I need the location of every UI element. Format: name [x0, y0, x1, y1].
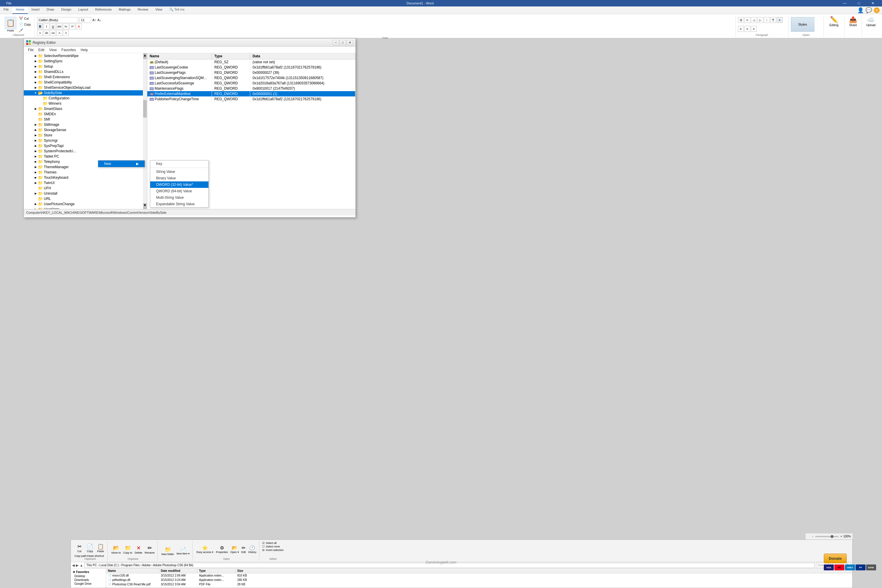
tree-item-ShellExtensions[interactable]: ▶ 📁 Shell Extensions [24, 74, 147, 80]
tab-layout[interactable]: Layout [75, 6, 92, 14]
tree-item-SysPrepTapi[interactable]: ▶ 📁 SysPrepTapi [24, 143, 147, 148]
tab-draw[interactable]: Draw [43, 6, 58, 14]
submenu-multi-string-value[interactable]: Multi-String Value [150, 194, 208, 201]
tab-tell-me[interactable]: 🔍 Tell me [166, 6, 188, 14]
superscript-btn[interactable]: X² [69, 24, 75, 29]
tree-item-ShellCompatibility[interactable]: ▶ 📁 ShellCompatibility [24, 80, 147, 85]
tree-item-StorageSense[interactable]: ▶ 📁 StorageSense [24, 127, 147, 133]
expand-Uninstall[interactable]: ▶ [33, 191, 38, 196]
reg-minimize-btn[interactable]: ─ [333, 40, 339, 45]
tree-item-Themes[interactable]: ▶ 📁 Themes [24, 170, 147, 175]
expand-ShellExtensions[interactable]: ▶ [33, 75, 38, 80]
expand-TwinUI[interactable]: ▶ [33, 180, 38, 185]
expand-SettingSync[interactable]: ▶ [33, 59, 38, 63]
paste-icon[interactable]: 📋 [5, 17, 16, 29]
tree-item-Store[interactable]: ▶ 📁 Store [24, 133, 147, 138]
value-row-LastScavengingStarvation[interactable]: qqLastScavengingStarvationSQMReport REG_… [147, 75, 356, 81]
word-file-tab[interactable]: File [0, 0, 18, 6]
text-color-btn[interactable]: A [37, 30, 43, 36]
tree-scroll-thumb[interactable] [143, 100, 147, 118]
tree-item-Configuration[interactable]: 📁 Configuration [24, 96, 147, 101]
format-painter-btn[interactable]: 🖌️ [18, 28, 32, 33]
tree-item-SystemProtectedU[interactable]: ▶ 📁 SystemProtectedU... [24, 148, 147, 154]
submenu-dword-value[interactable]: DWORD (32-bit) Value* [150, 182, 208, 188]
submenu-qword-value[interactable]: QWORD (64-bit) Value [150, 188, 208, 194]
tree-item-SMI[interactable]: 📁 SMI [24, 117, 147, 122]
expand-TouchKeyboard[interactable]: ▶ [33, 175, 38, 180]
value-row-LastScavengeCookie[interactable]: qqLastScavengeCookie REG_QWORD 0x1d1ffb6… [147, 64, 356, 70]
tab-review[interactable]: Review [134, 6, 152, 14]
font-grow-btn[interactable]: A↑ [92, 18, 96, 22]
cut-btn[interactable]: ✂️Cut [18, 16, 32, 21]
expand-SharedDLLs[interactable]: ▶ [33, 69, 38, 74]
submenu-string-value[interactable]: String Value [150, 168, 208, 175]
italic-btn[interactable]: I [44, 24, 50, 29]
underline-btn[interactable]: U [50, 24, 56, 29]
expand-URL[interactable] [33, 196, 38, 201]
tree-item-TouchKeyboard[interactable]: ▶ 📁 TouchKeyboard [24, 175, 147, 180]
submenu-expandable-string-value[interactable]: Expandable String Value [150, 201, 208, 207]
expand-SideBySide[interactable]: ▼ [33, 90, 38, 95]
menu-view[interactable]: View [47, 47, 59, 52]
value-row-PreferExternalManifest[interactable]: ddPreferExternalManifest REG_DWORD 0x000… [147, 91, 356, 96]
expand-Setup[interactable]: ▶ [33, 64, 38, 69]
value-row-PublisherPolicyChangeTime[interactable]: qqPublisherPolicyChangeTime REG_QWORD 0x… [147, 96, 356, 102]
tree-item-Setup[interactable]: ▶ 📁 Setup [24, 64, 147, 69]
font-size-input[interactable] [80, 17, 91, 23]
tree-item-TwinUI[interactable]: ▶ 📁 TwinUI [24, 180, 147, 186]
expand-SmartGlass[interactable]: ▶ [33, 106, 38, 111]
value-row-LastScavengeFlags[interactable]: ddLastScavengeFlags REG_DWORD 0x00000027… [147, 70, 356, 75]
bold-btn[interactable]: B [37, 24, 43, 29]
tree-item-Uninstall[interactable]: ▶ 📁 Uninstall [24, 191, 147, 196]
tab-view[interactable]: View [152, 6, 166, 14]
expand-SMI[interactable] [33, 117, 38, 122]
font-size-large-btn[interactable]: A [57, 30, 62, 36]
menu-edit[interactable]: Edit [36, 47, 47, 52]
expand-SysPrepTapi[interactable]: ▶ [33, 144, 38, 148]
expand-ShellCompatibility[interactable]: ▶ [33, 80, 38, 85]
submenu-key[interactable]: Key [150, 160, 208, 167]
tree-item-Syncmgr[interactable]: ▶ 📁 Syncmgr [24, 138, 147, 143]
font-case-btn[interactable]: Aa [50, 30, 56, 36]
menu-help[interactable]: Help [78, 47, 90, 52]
menu-new-item[interactable]: New ▶ [98, 160, 145, 167]
menu-file[interactable]: File [26, 47, 36, 52]
menu-favorites[interactable]: Favorites [59, 47, 78, 52]
highlight-btn[interactable]: ab [44, 30, 50, 36]
expand-SMDEn[interactable] [33, 112, 38, 116]
tree-item-StillImage[interactable]: ▶ 📁 StillImage [24, 122, 147, 127]
text-effects-btn[interactable]: A [76, 24, 82, 29]
expand-UserState[interactable]: ▶ [33, 207, 38, 209]
reg-tree[interactable]: ▶ 📁 SelectiveRemoteWipe ▶ 📁 SettingSync … [24, 53, 147, 209]
expand-UFH[interactable] [33, 186, 38, 190]
submenu-binary-value[interactable]: Binary Value [150, 175, 208, 182]
strikethrough-btn[interactable]: abc [57, 24, 62, 29]
expand-Store[interactable]: ▶ [33, 133, 38, 138]
expand-UserPictureChange[interactable]: ▶ [33, 202, 38, 206]
tree-scroll-up-btn[interactable]: ▲ [143, 53, 147, 59]
tree-item-UserPictureChange[interactable]: ▶ 📁 UserPictureChange [24, 201, 147, 207]
tree-scrollbar[interactable]: ▲ ▼ [143, 53, 147, 209]
expand-StorageSense[interactable]: ▶ [33, 128, 38, 132]
tree-item-URL[interactable]: 📁 URL [24, 196, 147, 201]
tree-item-SMDEn[interactable]: 📁 SMDEn [24, 111, 147, 117]
reg-maximize-btn[interactable]: □ [340, 40, 346, 45]
font-small-btn[interactable]: A [63, 30, 69, 36]
subscript-btn[interactable]: X₂ [63, 24, 69, 29]
paste-btn[interactable]: 📋 Paste [5, 17, 16, 32]
font-shrink-btn[interactable]: A↓ [98, 18, 101, 22]
tree-item-SelectiveRemoteWipe[interactable]: ▶ 📁 SelectiveRemoteWipe [24, 53, 147, 58]
tab-insert[interactable]: Insert [28, 6, 43, 14]
expand-ShellServiceObjectDelayLoad[interactable]: ▶ [33, 85, 38, 90]
tab-home[interactable]: Home [12, 6, 28, 14]
tree-item-SharedDLLs[interactable]: ▶ 📁 SharedDLLs [24, 69, 147, 74]
value-row-MaintenanceFlags[interactable]: ddMaintenanceFlags REG_DWORD 0x80010017 … [147, 86, 356, 91]
tree-item-Winners[interactable]: 📁 Winners [24, 101, 147, 106]
expand-ThemeManager[interactable]: ▶ [33, 165, 38, 170]
tree-item-UserState[interactable]: ▶ 📁 UserState [24, 207, 147, 209]
tab-design[interactable]: Design [58, 6, 75, 14]
font-name-input[interactable] [37, 17, 78, 23]
expand-Syncmgr[interactable]: ▶ [33, 138, 38, 143]
expand-TabletPC[interactable]: ▶ [33, 154, 38, 159]
expand-Themes[interactable]: ▶ [33, 170, 38, 175]
